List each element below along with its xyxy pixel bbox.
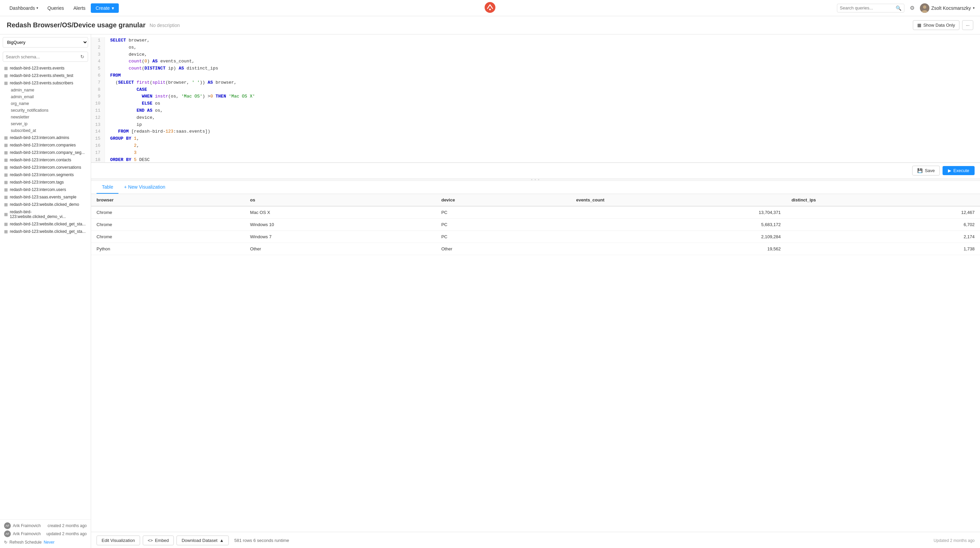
schema-item-name: redash-bird-123:events.sheets_test <box>10 73 73 78</box>
search-input[interactable] <box>840 5 896 11</box>
svg-point-0 <box>485 2 495 13</box>
code-line: device, <box>110 51 975 59</box>
chevron-down-icon: ▾ <box>37 6 38 10</box>
datasource-select-wrapper[interactable]: BigQuery <box>3 37 88 48</box>
embed-label: Embed <box>155 538 169 543</box>
field-item[interactable]: newsletter <box>0 114 91 121</box>
schema-item-name: redash-bird-123:events.subscribers <box>10 81 73 85</box>
execute-label: Execute <box>953 168 969 173</box>
code-line: ip <box>110 121 975 129</box>
line-number: 12 <box>95 114 100 121</box>
creator-avatar: AF <box>4 523 11 529</box>
refresh-schedule[interactable]: ↻ Refresh Schedule Never <box>4 538 87 546</box>
sidebar: BigQuery ↻ ▦redash-bird-123:events.event… <box>0 35 91 548</box>
schema-item[interactable]: ▦redash-bird-123:events.subscribers <box>0 79 91 87</box>
search-bar[interactable]: 🔍 <box>837 4 904 13</box>
code-editor[interactable]: 123456789101112131415161718 SELECT brows… <box>91 35 980 163</box>
schema-item[interactable]: ▦redash-bird-123:intercom.conversations <box>0 164 91 171</box>
created-by: AF Arik Fraimovich <box>4 523 41 529</box>
field-item[interactable]: server_ip <box>0 121 91 127</box>
schema-item[interactable]: ▦redash-bird-123:intercom.users <box>0 186 91 193</box>
resize-handle[interactable]: • • • <box>91 178 980 181</box>
column-header[interactable]: device <box>436 194 571 206</box>
refresh-schema-button[interactable]: ↻ <box>80 53 85 60</box>
column-header[interactable]: events_count <box>571 194 786 206</box>
logo[interactable] <box>485 2 495 14</box>
line-number: 5 <box>95 65 100 72</box>
schema-item[interactable]: ▦redash-bird-123:intercom.admins <box>0 134 91 141</box>
schema-search[interactable]: ↻ <box>3 52 88 62</box>
line-number: 11 <box>95 107 100 114</box>
nav-alerts[interactable]: Alerts <box>70 3 90 13</box>
save-label: Save <box>925 168 935 173</box>
download-dataset-button[interactable]: Download Dataset ▲ <box>177 535 229 545</box>
settings-icon[interactable]: ⚙ <box>908 3 916 13</box>
field-item[interactable]: security_notifications <box>0 107 91 114</box>
column-header[interactable]: distinct_ips <box>786 194 980 206</box>
schema-item[interactable]: ▦redash-bird-123:intercom.tags <box>0 178 91 186</box>
tab-new-visualization[interactable]: + New Visualization <box>118 181 170 194</box>
schema-item[interactable]: ▦redash-bird-123:website.clicked_demo <box>0 201 91 208</box>
schema-search-input[interactable] <box>6 54 80 59</box>
code-line: count(DISTINCT ip) AS distinct_ips <box>110 65 975 72</box>
schema-item[interactable]: ▦redash-bird-123:website.clicked_get_sta… <box>0 220 91 228</box>
line-number: 18 <box>95 157 100 163</box>
field-item[interactable]: subscribed_at <box>0 127 91 134</box>
code-line: WHEN instr(os, 'Mac OS') >0 THEN 'Mac OS… <box>110 93 975 100</box>
table-row: PythonOtherOther19,5621,738 <box>91 243 980 255</box>
nav-queries[interactable]: Queries <box>43 3 68 13</box>
code-line: device, <box>110 114 975 121</box>
schema-item[interactable]: ▦redash-bird-123:events.events <box>0 64 91 72</box>
field-item[interactable]: admin_name <box>0 87 91 94</box>
datasource-select[interactable]: BigQuery <box>3 37 88 48</box>
nav-dashboards-label: Dashboards <box>10 5 35 11</box>
code-content: SELECT browser, os, device, count(0) AS … <box>105 37 980 163</box>
updated-at: updated 2 months ago <box>46 532 87 536</box>
table-cell: Python <box>91 243 245 255</box>
code-line: count(0) AS events_count, <box>110 58 975 65</box>
schema-item[interactable]: ▦redash-bird-123:intercom.company_seg... <box>0 149 91 156</box>
more-button[interactable]: ··· <box>962 20 973 30</box>
grid-schema-icon: ▦ <box>4 150 8 155</box>
schema-item[interactable]: ▦redash-bird-123:intercom.contacts <box>0 156 91 164</box>
tab-table-label: Table <box>102 184 113 190</box>
new-viz-label: + New Visualization <box>124 184 165 190</box>
field-item[interactable]: admin_email <box>0 94 91 100</box>
svg-point-1 <box>489 9 491 11</box>
show-data-only-button[interactable]: ▦ Show Data Only <box>913 20 959 30</box>
nav-dashboards[interactable]: Dashboards ▾ <box>5 3 42 13</box>
refresh-icon: ↻ <box>4 540 8 545</box>
table-cell: Windows 10 <box>245 219 436 231</box>
user-menu[interactable]: Zsolt Kocsmarszky ▾ <box>920 3 975 13</box>
schema-item[interactable]: ▦redash-bird-123:intercom.segments <box>0 171 91 178</box>
schema-item[interactable]: ▦redash-bird-123:events.sheets_test <box>0 72 91 79</box>
save-button[interactable]: 💾 Save <box>912 166 940 175</box>
table-cell: Other <box>245 243 436 255</box>
results-area: Table + New Visualization browserosdevic… <box>91 181 980 532</box>
line-number: 4 <box>95 58 100 65</box>
schema-item[interactable]: ▦redash-bird-123:website.clicked_get_sta… <box>0 228 91 235</box>
field-item[interactable]: org_name <box>0 100 91 107</box>
create-button[interactable]: Create ▾ <box>91 3 119 13</box>
schema-item-name: redash-bird-123:website.clicked_get_sta.… <box>10 229 86 234</box>
tab-table[interactable]: Table <box>97 181 118 194</box>
execute-button[interactable]: ▶ Execute <box>943 166 975 175</box>
schema-item-name: redash-bird-123:website.clicked_get_sta.… <box>10 222 86 226</box>
never-link[interactable]: Never <box>43 540 54 545</box>
schema-item[interactable]: ▦redash-bird-123:website.clicked_demo_vi… <box>0 208 91 220</box>
schema-item[interactable]: ▦redash-bird-123:intercom.companies <box>0 141 91 149</box>
column-header[interactable]: os <box>245 194 436 206</box>
column-header[interactable]: browser <box>91 194 245 206</box>
line-number: 8 <box>95 86 100 94</box>
editor-area: 123456789101112131415161718 SELECT brows… <box>91 35 980 548</box>
table-row: ChromeMac OS XPC13,704,37112,467 <box>91 206 980 219</box>
page-header: Redash Browser/OS/Device usage granular … <box>0 16 980 35</box>
grid-schema-icon: ▦ <box>4 229 8 234</box>
edit-visualization-button[interactable]: Edit Visualization <box>97 535 140 545</box>
user-name: Zsolt Kocsmarszky <box>931 5 971 11</box>
schema-item[interactable]: ▦redash-bird-123:saas.events_sample <box>0 193 91 201</box>
download-label: Download Dataset <box>181 538 217 543</box>
header-actions: ▦ Show Data Only ··· <box>913 20 973 30</box>
schema-item-name: redash-bird-123:intercom.segments <box>10 172 73 177</box>
embed-button[interactable]: <> Embed <box>143 535 174 545</box>
